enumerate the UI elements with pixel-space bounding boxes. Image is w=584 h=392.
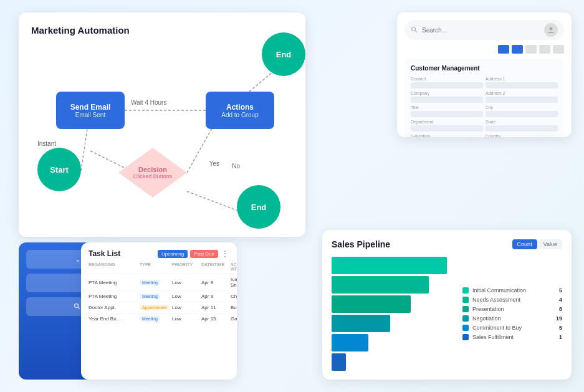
- toolbar-btn-2[interactable]: [512, 45, 523, 54]
- td-datetime: Apr 15: [201, 316, 229, 322]
- th-scheduled: SCHEDULED WITH: [231, 262, 237, 271]
- form-row-address1: Address 1: [486, 77, 558, 88]
- td-scheduled: Ivan A. Shakspick: [231, 277, 237, 288]
- td-type: Meeting: [140, 294, 171, 299]
- tasklist-tabs: Upcoming Past Due ⋮: [158, 249, 229, 259]
- pipeline-title: Sales Pipeline: [332, 239, 390, 249]
- tab-pastdue[interactable]: Past Due: [190, 250, 218, 258]
- customer-mgmt-card: Customer Management Contact Address 1 Co…: [404, 59, 564, 137]
- legend-item-6: Sales Fulfillment 1: [462, 334, 562, 340]
- svg-line-10: [78, 307, 80, 309]
- funnel-bar-4: [332, 315, 390, 332]
- svg-line-7: [415, 31, 417, 32]
- pipeline-legend: Initial Communication 5 Needs Assessment…: [462, 257, 562, 371]
- crm-card: Customer Management Contact Address 1 Co…: [397, 12, 572, 137]
- td-regarding: Doctor Appt.: [89, 305, 138, 310]
- legend-dot-2: [462, 297, 469, 303]
- td-type: Meeting: [140, 316, 171, 322]
- td-regarding: Year End Bu...: [89, 316, 138, 322]
- chevron-down-icon: ⌄: [75, 255, 81, 264]
- toolbar-btn-4[interactable]: [539, 45, 550, 54]
- funnel-bar-3: [332, 295, 411, 313]
- form-row-state: State: [486, 120, 558, 131]
- form-row-city: City: [486, 105, 558, 117]
- legend-item-5: Commitment to Buy 5: [462, 325, 562, 331]
- td-type: Appointment: [140, 305, 171, 310]
- table-row[interactable]: PTA Meeting Meeting Low Apr 9 Charlie Al…: [81, 290, 237, 302]
- td-datetime: Apr 9: [201, 294, 229, 299]
- tab-upcoming[interactable]: Upcoming: [158, 250, 188, 258]
- toolbar-btn-3[interactable]: [525, 45, 537, 54]
- svg-line-0: [81, 129, 87, 171]
- funnel-bar-5: [332, 334, 368, 351]
- user-avatar: [544, 23, 558, 37]
- td-priority: Low: [172, 316, 200, 322]
- funnel-chart: [332, 257, 453, 371]
- sidebar-search-icon: [74, 303, 81, 310]
- funnel-bar-2: [332, 276, 429, 294]
- tasklist-table-header: REGARDING TYPE PRIORITY DATE/TIME SCHEDU…: [81, 262, 237, 274]
- end-bottom: End: [237, 185, 280, 229]
- svg-point-9: [75, 304, 79, 308]
- no-label: No: [232, 163, 240, 170]
- tasklist-card: Task List Upcoming Past Due ⋮ REGARDING …: [81, 242, 237, 380]
- td-scheduled: Garneth Crom: [231, 316, 237, 322]
- form-row-dept: Department: [411, 120, 483, 131]
- legend-dot-4: [462, 315, 469, 322]
- actions-box[interactable]: Actions Add to Group: [206, 92, 274, 129]
- tasklist-more[interactable]: ⋮: [221, 249, 229, 259]
- form-row-title: Title: [411, 105, 483, 117]
- table-row[interactable]: Doctor Appt. Appointment Low Apr 11 Buck…: [81, 302, 237, 313]
- crm-toolbar: [404, 45, 564, 54]
- td-priority: Low: [172, 305, 200, 310]
- customer-mgmt-title: Customer Management: [411, 65, 558, 72]
- form-row-contact: Contact: [411, 77, 483, 88]
- form-row-country: Country: [486, 134, 558, 137]
- crm-search-input[interactable]: [422, 27, 540, 34]
- td-type: Meeting: [140, 280, 171, 285]
- legend-dot-5: [462, 325, 469, 331]
- svg-point-8: [550, 27, 553, 31]
- toggle-count[interactable]: Count: [512, 239, 537, 249]
- th-datetime: DATE/TIME: [201, 262, 229, 271]
- send-email-box[interactable]: Send Email Email Sent: [56, 92, 125, 129]
- table-row[interactable]: PTA Meeting Meeting Low Apr 8 Ivan A. Sh…: [81, 274, 237, 290]
- form-row-address2: Address 2: [486, 91, 558, 103]
- td-scheduled: Charlie Altrul: [231, 294, 237, 299]
- toolbar-btn-5[interactable]: [553, 45, 564, 54]
- funnel-bar-1: [332, 257, 447, 274]
- legend-dot-3: [462, 306, 469, 312]
- toolbar-btn-1[interactable]: [498, 45, 509, 54]
- td-datetime: Apr 8: [201, 280, 229, 285]
- legend-dot-1: [462, 287, 469, 294]
- decision-box[interactable]: Decision Clicked Buttons: [118, 148, 187, 198]
- yes-label: Yes: [209, 160, 219, 167]
- sidebar-input-2[interactable]: [26, 274, 86, 292]
- pipeline-header: Sales Pipeline Count Value: [332, 239, 562, 249]
- table-row[interactable]: Year End Bu... Meeting Low Apr 15 Garnet…: [81, 313, 237, 324]
- th-regarding: REGARDING: [89, 262, 138, 271]
- sidebar-dropdown[interactable]: ⌄: [26, 250, 86, 269]
- form-row-salutation: Salutation: [411, 134, 483, 137]
- td-priority: Low: [172, 294, 200, 299]
- funnel-bar-6: [332, 353, 346, 371]
- th-type: TYPE: [140, 262, 171, 271]
- customer-form: Contact Address 1 Company Address 2 Titl…: [411, 77, 558, 137]
- svg-point-6: [412, 27, 416, 31]
- main-container: Marketing Automation Start: [0, 0, 584, 392]
- automation-card: Marketing Automation Start: [19, 12, 305, 237]
- toggle-value[interactable]: Value: [539, 239, 562, 249]
- legend-item-3: Presentation 8: [462, 306, 562, 312]
- pipeline-content: Initial Communication 5 Needs Assessment…: [332, 257, 562, 371]
- th-priority: PRIORITY: [172, 262, 200, 271]
- tasklist-header: Task List Upcoming Past Due ⋮: [81, 242, 237, 262]
- search-icon: [411, 26, 418, 34]
- legend-item-2: Needs Assessment 4: [462, 297, 562, 303]
- tasklist-title: Task List: [89, 249, 120, 258]
- sidebar-search[interactable]: [26, 297, 86, 316]
- crm-search-bar: [404, 20, 564, 40]
- legend-item-4: Negotiation 19: [462, 315, 562, 322]
- instant-label: Instant: [37, 140, 56, 147]
- legend-dot-6: [462, 334, 469, 340]
- legend-item-1: Initial Communication 5: [462, 287, 562, 294]
